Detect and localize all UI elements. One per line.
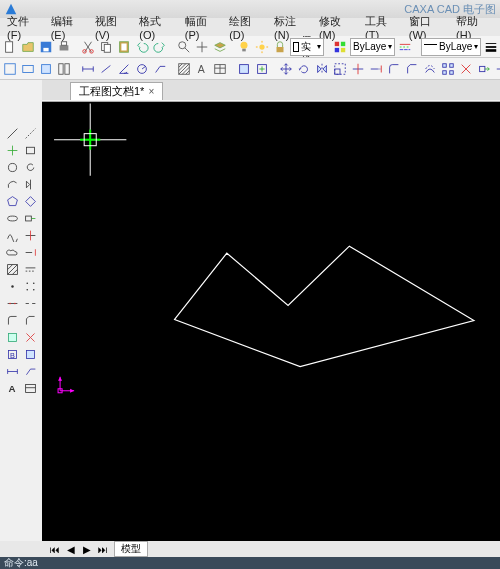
- tab-scroll-last-icon[interactable]: ⏭: [98, 544, 108, 555]
- mirror2-icon[interactable]: [22, 176, 38, 192]
- redo-icon[interactable]: [152, 38, 168, 56]
- svg-rect-34: [23, 65, 34, 72]
- rotate-icon[interactable]: [296, 60, 312, 78]
- divide-icon[interactable]: [4, 295, 20, 311]
- rect-icon[interactable]: [22, 142, 38, 158]
- mirror-icon[interactable]: [314, 60, 330, 78]
- svg-marker-89: [7, 196, 17, 205]
- spline-icon[interactable]: [4, 227, 20, 243]
- leader2-icon[interactable]: [22, 363, 38, 379]
- svg-rect-92: [25, 216, 31, 221]
- tab-scroll-first-icon[interactable]: ⏮: [50, 544, 60, 555]
- svg-rect-113: [26, 350, 34, 358]
- break2-icon[interactable]: [22, 295, 38, 311]
- linetype-selector[interactable]: ByLaye ▾: [350, 38, 395, 56]
- text2-icon[interactable]: A: [4, 380, 20, 396]
- paste-icon[interactable]: [116, 38, 132, 56]
- svg-rect-62: [450, 63, 454, 67]
- hatch2-icon[interactable]: [4, 261, 20, 277]
- cut-icon[interactable]: [80, 38, 96, 56]
- save-icon[interactable]: [38, 38, 54, 56]
- leader-icon[interactable]: [152, 60, 168, 78]
- explode-icon[interactable]: [458, 60, 474, 78]
- drawing-svg: [42, 102, 500, 557]
- extend2-icon[interactable]: [22, 244, 38, 260]
- array-icon[interactable]: [440, 60, 456, 78]
- trim-icon[interactable]: [350, 60, 366, 78]
- tab-scroll-prev-icon[interactable]: ◀: [66, 544, 76, 555]
- circle-icon[interactable]: [4, 159, 20, 175]
- dim-icon[interactable]: [4, 363, 20, 379]
- rotate-left-icon[interactable]: [22, 159, 38, 175]
- block-icon[interactable]: [236, 60, 252, 78]
- offset-icon[interactable]: [422, 60, 438, 78]
- pan-icon[interactable]: [194, 38, 210, 56]
- new-icon[interactable]: [2, 38, 18, 56]
- drawing-canvas[interactable]: [42, 102, 500, 557]
- polygon2-icon[interactable]: [22, 193, 38, 209]
- construction-line-icon[interactable]: [22, 125, 38, 141]
- undo-icon[interactable]: [134, 38, 150, 56]
- command-line-text[interactable]: 命令:aa: [4, 556, 38, 569]
- hatch-icon[interactable]: [176, 60, 192, 78]
- fillet2-icon[interactable]: [4, 312, 20, 328]
- svg-line-85: [25, 128, 35, 138]
- zoom-icon[interactable]: [176, 38, 192, 56]
- array2-icon[interactable]: [22, 278, 38, 294]
- region-icon[interactable]: [4, 329, 20, 345]
- tool-1-icon[interactable]: [2, 60, 18, 78]
- fillet-icon[interactable]: [386, 60, 402, 78]
- line-icon[interactable]: [4, 125, 20, 141]
- point-icon[interactable]: [4, 278, 20, 294]
- dim-angular-icon[interactable]: [116, 60, 132, 78]
- cloud-icon[interactable]: [4, 244, 20, 260]
- trim2-icon[interactable]: [22, 227, 38, 243]
- chamfer2-icon[interactable]: [22, 312, 38, 328]
- tab-scroll-next-icon[interactable]: ▶: [82, 544, 92, 555]
- layers-icon[interactable]: [212, 38, 228, 56]
- polygon-icon[interactable]: [4, 193, 20, 209]
- break-icon[interactable]: [494, 60, 500, 78]
- lineweight-selector[interactable]: ByLaye ▾: [421, 38, 481, 56]
- svg-rect-49: [240, 64, 249, 73]
- extend-icon[interactable]: [368, 60, 384, 78]
- svg-marker-127: [70, 389, 74, 393]
- arc-icon[interactable]: [4, 176, 20, 192]
- bulb-icon[interactable]: [236, 38, 252, 56]
- table2-icon[interactable]: [22, 380, 38, 396]
- lineweight-settings-icon[interactable]: [483, 38, 499, 56]
- copy-icon[interactable]: [98, 38, 114, 56]
- offset2-icon[interactable]: [22, 261, 38, 277]
- block-insert-icon[interactable]: B: [4, 346, 20, 362]
- table-icon[interactable]: [212, 60, 228, 78]
- svg-marker-128: [58, 377, 62, 381]
- scale-icon[interactable]: [332, 60, 348, 78]
- open-icon[interactable]: [20, 38, 36, 56]
- tool-3-icon[interactable]: [38, 60, 54, 78]
- ellipse-icon[interactable]: [4, 210, 20, 226]
- linetype-manager-icon[interactable]: [397, 38, 413, 56]
- dim-aligned-icon[interactable]: [98, 60, 114, 78]
- svg-rect-64: [450, 70, 454, 74]
- stretch-icon[interactable]: [476, 60, 492, 78]
- insert-icon[interactable]: [254, 60, 270, 78]
- stretch2-icon[interactable]: [22, 210, 38, 226]
- tool-2-icon[interactable]: [20, 60, 36, 78]
- print-icon[interactable]: [56, 38, 72, 56]
- dim-radius-icon[interactable]: [134, 60, 150, 78]
- move-icon[interactable]: [278, 60, 294, 78]
- lock-icon[interactable]: [272, 38, 288, 56]
- layer-selector[interactable]: 租实线 ▾: [290, 38, 324, 56]
- dim-linear-icon[interactable]: [80, 60, 96, 78]
- color-picker-icon[interactable]: [332, 38, 348, 56]
- model-tab[interactable]: 模型: [114, 541, 148, 557]
- explode2-icon[interactable]: [22, 329, 38, 345]
- move-cross-icon[interactable]: [4, 142, 20, 158]
- wblock-icon[interactable]: [22, 346, 38, 362]
- polyline-shape[interactable]: [175, 246, 474, 367]
- svg-rect-15: [242, 48, 246, 51]
- sun-icon[interactable]: [254, 38, 270, 56]
- tool-4-icon[interactable]: [56, 60, 72, 78]
- chamfer-icon[interactable]: [404, 60, 420, 78]
- text-icon[interactable]: A: [194, 60, 210, 78]
